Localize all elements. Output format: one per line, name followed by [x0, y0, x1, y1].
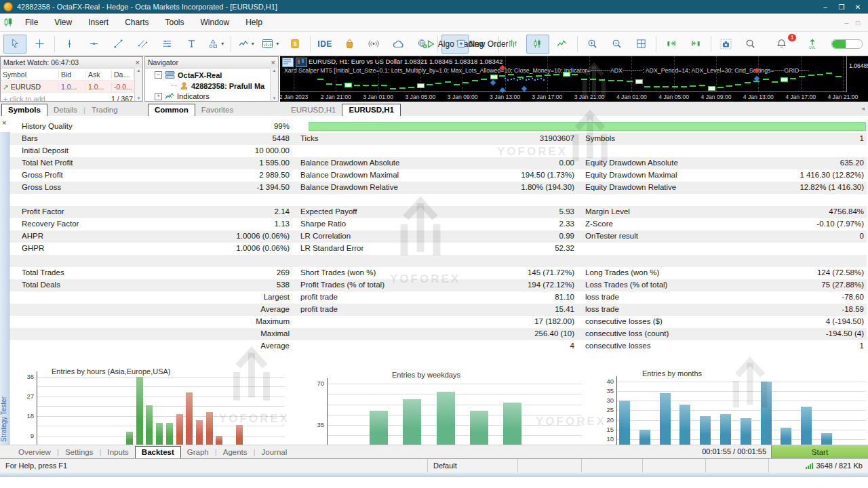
cursor-button[interactable]	[3, 35, 26, 54]
chart-decor	[644, 86, 650, 87]
mt5-logo-icon	[3, 2, 13, 12]
tester-chart-gridline	[616, 382, 866, 382]
navigator-tab-common[interactable]: Common	[148, 104, 195, 117]
market-watch-tab-details[interactable]: Details	[47, 104, 83, 116]
close-button[interactable]: ✕	[850, 2, 865, 12]
chart-tab-eurusd-h1[interactable]: EURUSD,H1	[342, 104, 400, 117]
chart-candle-icon[interactable]	[296, 58, 307, 67]
mdi-child-controls[interactable]: – □	[845, 19, 863, 26]
navigator-scrollbar[interactable]: ▲ ▼	[270, 68, 278, 101]
expand-icon[interactable]: +	[155, 93, 162, 100]
status-network: 3648 / 821 Kb	[768, 459, 868, 472]
navigator-tab-favorites[interactable]: Favorites	[195, 104, 239, 116]
tester-tab-inputs[interactable]: Inputs	[102, 447, 135, 458]
search-button[interactable]	[738, 35, 762, 54]
scroll-down-icon[interactable]: ▼	[135, 96, 142, 100]
chart-list-icon[interactable]	[282, 58, 294, 67]
indicators-button[interactable]: ▾	[235, 35, 258, 54]
bar-chart-button[interactable]	[502, 35, 525, 54]
results-cell: Initial Deposit	[22, 146, 68, 155]
chart-decor	[690, 85, 696, 87]
chart-decor	[581, 79, 587, 80]
menu-file[interactable]: File	[17, 15, 46, 30]
tree-item-octafx-real[interactable]: −OctaFX-Real	[155, 70, 222, 79]
market-button[interactable]	[338, 35, 361, 54]
market-watch-title: Market Watch: 06:47:03	[3, 58, 79, 66]
market-watch-tab-symbols[interactable]: Symbols	[1, 104, 47, 117]
candle-chart-button[interactable]	[526, 35, 549, 54]
tile-windows-button[interactable]	[629, 35, 652, 54]
chart-decor	[336, 84, 342, 85]
scroll-down-icon[interactable]: ▼	[271, 96, 278, 100]
results-row: Recovery Factor1.13Sharpe Ratio2.33Z-Sco…	[9, 218, 867, 230]
market-watch-tab-trading[interactable]: Trading	[85, 104, 124, 116]
chart-decor	[635, 79, 643, 84]
tester-close-icon[interactable]: ×	[2, 119, 6, 126]
chevron-down-icon[interactable]: ▾	[276, 41, 279, 47]
cloud-button[interactable]	[387, 35, 410, 54]
new-order-button[interactable]: New Order	[470, 35, 495, 54]
zoom-in-button[interactable]	[580, 35, 604, 54]
trendline-button[interactable]	[106, 35, 130, 54]
signals-button[interactable]	[362, 35, 385, 54]
menu-help[interactable]: Help	[237, 15, 271, 30]
menu-tools[interactable]: Tools	[157, 15, 193, 30]
chart-window-button[interactable]: ▾	[259, 35, 282, 54]
tester-tab-agents[interactable]: Agents	[217, 447, 254, 458]
chart-decor	[681, 86, 687, 87]
results-row: Total Trades269Short Trades (won %)145 (…	[9, 267, 867, 279]
tester-tab-journal[interactable]: Journal	[256, 447, 294, 458]
chevron-down-icon[interactable]: ▾	[252, 41, 254, 47]
chart-decor	[427, 84, 433, 85]
restore-button[interactable]: ❐	[834, 2, 849, 12]
menu-charts[interactable]: Charts	[117, 15, 157, 30]
crosshair-button[interactable]	[28, 35, 51, 54]
shapes-button[interactable]: ▾	[204, 35, 227, 54]
text-button[interactable]	[180, 35, 203, 54]
scroll-up-icon[interactable]: ▲	[271, 68, 278, 73]
chevron-down-icon[interactable]: ▾	[221, 41, 224, 47]
shift-begin-button[interactable]	[684, 35, 707, 54]
status-profile[interactable]: Default	[427, 459, 517, 472]
chart-gridline	[462, 56, 463, 92]
ide-button[interactable]: IDE	[313, 35, 336, 54]
menu-view[interactable]: View	[46, 15, 80, 30]
screenshot-button[interactable]	[714, 35, 737, 54]
line-chart-icon	[557, 39, 567, 49]
market-watch-row[interactable]: ↗ EURUSD1.0...1.0...-0.0...	[1, 81, 142, 93]
notifications-button[interactable]: 1	[770, 35, 793, 54]
chart-decor	[472, 80, 478, 81]
tester-tab-settings[interactable]: Settings	[59, 447, 100, 458]
chart-window[interactable]: EURUSD, H1: Euro vs US Dollar 1.08321 1.…	[280, 56, 868, 102]
menu-insert[interactable]: Insert	[80, 15, 117, 30]
fibonacci-button[interactable]	[155, 35, 178, 54]
indicators-icon	[165, 92, 174, 100]
currency-button[interactable]: $	[283, 35, 307, 54]
tab-scroll-left-icon[interactable]: ◂	[861, 105, 865, 112]
menu-window[interactable]: Window	[193, 15, 238, 30]
channel-button[interactable]	[131, 35, 154, 54]
market-watch-scrollbar[interactable]: ▲ ▼	[134, 68, 142, 101]
tree-item-42882358-prafull-ma[interactable]: 42882358: Prafull Ma	[171, 81, 264, 90]
chart-tab-eurusd-h1[interactable]: EURUSD,H1	[285, 104, 342, 116]
chart-decor	[505, 78, 506, 79]
zoom-out-button[interactable]	[605, 35, 628, 54]
account-level-button[interactable]: LVL	[801, 35, 824, 54]
results-row: Initial Deposit10 000.00	[9, 145, 867, 157]
collapse-icon[interactable]: −	[155, 71, 162, 79]
vertical-line-button[interactable]	[58, 35, 81, 54]
scroll-up-icon[interactable]: ▲	[135, 68, 142, 73]
results-cell: Balance Drawdown Maximal	[300, 171, 399, 179]
tester-tab-backtest[interactable]: Backtest	[135, 446, 181, 459]
tester-tab-overview[interactable]: Overview	[12, 447, 57, 458]
market-watch-add-row[interactable]: + click to add 1 / 367	[1, 93, 142, 102]
shift-end-button[interactable]	[660, 35, 683, 54]
minimize-button[interactable]: –	[818, 2, 833, 12]
market-watch-close-icon[interactable]: ×	[136, 59, 140, 66]
start-button[interactable]: Start	[771, 445, 868, 459]
horizontal-line-button[interactable]	[82, 35, 105, 54]
navigator-close-icon[interactable]: ×	[271, 59, 275, 66]
tester-tab-graph[interactable]: Graph	[181, 447, 215, 458]
line-chart-button[interactable]	[551, 35, 574, 54]
tree-item-indicators[interactable]: +Indicators	[155, 92, 210, 100]
